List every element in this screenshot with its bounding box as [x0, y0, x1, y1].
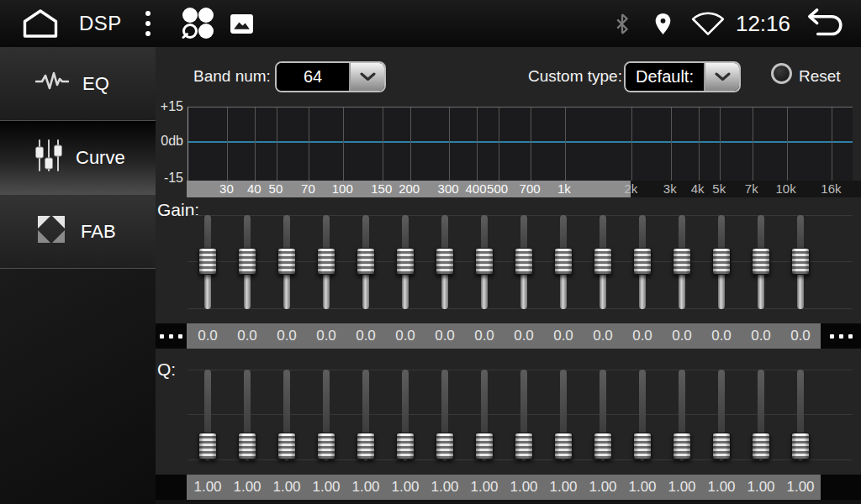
sidebar: EQ Curve [0, 47, 156, 504]
gallery-icon[interactable] [230, 13, 254, 34]
q-value: 1.00 [470, 479, 498, 496]
gain-value: 0.0 [316, 328, 336, 344]
q-value: 1.00 [391, 479, 419, 496]
sidebar-item-curve[interactable]: Curve [0, 121, 156, 195]
sliders-icon [35, 139, 62, 177]
freq-tick-label: 40 [247, 181, 261, 196]
q-value: 1.00 [747, 479, 774, 496]
gain-slider-knob[interactable] [396, 248, 415, 275]
gain-value: 0.0 [277, 328, 297, 344]
home-icon[interactable] [22, 8, 59, 39]
freq-tick-label: 30 [219, 181, 234, 196]
gain-more-left-button[interactable] [156, 323, 187, 349]
gain-slider-knob[interactable] [712, 248, 731, 275]
q-value: 1.00 [628, 479, 656, 496]
q-slider-knob[interactable] [198, 433, 217, 459]
gain-more-right-button[interactable] [821, 323, 861, 349]
freq-tick-label: 50 [269, 181, 283, 196]
bluetooth-icon [615, 13, 629, 34]
gridline [449, 108, 450, 181]
gain-slider-knob[interactable] [317, 248, 335, 275]
freq-tick-label: 16k [821, 181, 841, 196]
gain-slider-knob[interactable] [752, 248, 770, 275]
custom-type-value: Default: [626, 63, 704, 91]
q-value: 1.00 [430, 479, 458, 496]
gridline [753, 108, 753, 181]
gain-value: 0.0 [474, 328, 494, 344]
freq-tick-label: 4k [691, 181, 705, 196]
gain-slider-knob[interactable] [554, 248, 573, 275]
gain-value: 0.0 [751, 328, 771, 344]
gain-value-row: 0.00.00.00.00.00.00.00.00.00.00.00.00.00… [156, 323, 861, 349]
gridline [832, 108, 832, 181]
sidebar-item-label: FAB [81, 221, 116, 243]
band-num-value: 64 [277, 63, 349, 91]
gain-value: 0.0 [593, 328, 613, 344]
back-icon[interactable] [804, 8, 844, 39]
freq-tick-label: 1k [557, 181, 571, 196]
q-slider-knob[interactable] [791, 433, 810, 459]
gain-slider-knob[interactable] [673, 248, 691, 275]
q-value: 1.00 [272, 479, 300, 496]
gain-value: 0.0 [711, 328, 732, 344]
q-slider-knob[interactable] [357, 433, 375, 459]
gain-value: 0.0 [553, 328, 573, 344]
y-axis-label-max: +15 [156, 99, 183, 114]
q-value: 1.00 [549, 479, 577, 496]
q-slider-knob[interactable] [594, 433, 612, 459]
gridline [277, 108, 277, 181]
q-more-left-button[interactable] [156, 475, 187, 500]
freq-tick-label: 700 [520, 181, 541, 196]
gain-slider-knob[interactable] [198, 248, 217, 275]
gridline [531, 108, 531, 181]
sidebar-item-fab[interactable]: FAB [0, 195, 156, 269]
gain-slider-knob[interactable] [633, 248, 652, 275]
gain-slider-knob[interactable] [357, 248, 375, 275]
q-slider-knob[interactable] [673, 433, 691, 459]
q-more-right-button[interactable] [821, 475, 861, 500]
reset-radio[interactable] [771, 63, 792, 84]
q-slider-knob[interactable] [554, 433, 573, 459]
clock: 12:16 [736, 11, 790, 37]
freq-tick-label: 300 [438, 181, 459, 196]
q-slider-knob[interactable] [317, 433, 335, 459]
gain-slider-knob[interactable] [791, 248, 810, 275]
q-slider-knob[interactable] [515, 433, 533, 459]
custom-type-dropdown[interactable]: Default: [624, 61, 741, 92]
gain-slider-knob[interactable] [238, 248, 256, 275]
band-num-dropdown[interactable]: 64 [275, 61, 386, 92]
q-slider-knob[interactable] [396, 433, 415, 459]
gain-slider-knob[interactable] [436, 248, 454, 275]
gridline [787, 108, 788, 181]
expand-arrows-icon [35, 213, 67, 250]
y-axis-label-min: -15 [156, 171, 183, 186]
q-slider-knob[interactable] [752, 433, 770, 459]
gridline [343, 108, 344, 181]
q-slider-knob[interactable] [475, 433, 494, 459]
gain-value: 0.0 [237, 328, 257, 344]
q-slider-knob[interactable] [277, 433, 296, 459]
apps-clover-icon[interactable] [179, 6, 216, 41]
sidebar-item-eq[interactable]: EQ [0, 47, 156, 121]
freq-tick-label: 5k [712, 181, 726, 196]
gain-slider-knob[interactable] [277, 248, 296, 275]
gain-value: 0.0 [198, 328, 218, 344]
gridline [565, 108, 566, 181]
gain-slider-knob[interactable] [515, 248, 533, 275]
q-value: 1.00 [668, 479, 695, 496]
q-slider-knob[interactable] [633, 433, 652, 459]
q-slider-knob[interactable] [436, 433, 454, 459]
chevron-down-icon [704, 63, 739, 91]
q-value: 1.00 [351, 479, 379, 496]
kebab-menu-icon[interactable] [142, 8, 154, 39]
q-slider-area [188, 370, 853, 460]
q-slider-knob[interactable] [238, 433, 256, 459]
bottom-edge [156, 500, 861, 504]
dsp-screen: DSP 12:16 [0, 0, 861, 504]
gain-slider-knob[interactable] [594, 248, 612, 275]
q-slider-knob[interactable] [712, 433, 731, 459]
gain-slider-knob[interactable] [475, 248, 494, 275]
gridline [383, 108, 383, 181]
custom-type-label: Custom type: [528, 67, 622, 86]
band-num-label: Band num: [193, 67, 271, 86]
